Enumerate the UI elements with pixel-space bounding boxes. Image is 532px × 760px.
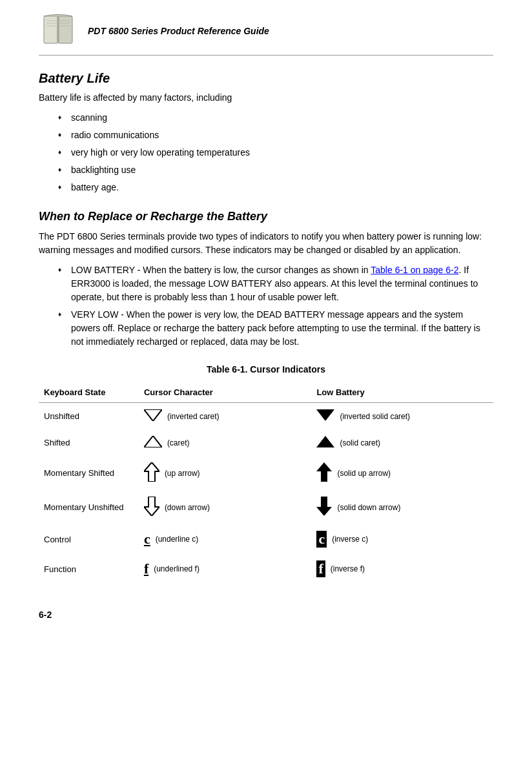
- up-arrow-solid-icon: [316, 462, 332, 484]
- low-label: (inverted solid caret): [340, 412, 410, 421]
- state-cell: Shifted: [39, 429, 139, 456]
- page-container: PDT 6800 Series Product Reference Guide …: [0, 0, 532, 760]
- table-row: Momentary Unshifted (down arrow): [39, 490, 493, 524]
- down-arrow-outline-icon: [144, 497, 159, 518]
- low-cell: c (inverse c): [311, 524, 493, 554]
- state-cell: Function: [39, 554, 139, 584]
- cursor-table: Keyboard State Cursor Character Low Batt…: [39, 385, 493, 584]
- col-header-low-battery: Low Battery: [311, 385, 493, 403]
- list-item: backlighting use: [58, 163, 493, 177]
- state-cell: Control: [39, 524, 139, 554]
- svg-marker-12: [316, 436, 334, 447]
- table-row: Momentary Shifted (up arrow): [39, 456, 493, 490]
- svg-rect-2: [57, 16, 59, 43]
- when-to-replace-section: When to Replace or Recharge the Battery …: [39, 210, 493, 349]
- book-icon: [39, 13, 77, 48]
- cursor-cell: (down arrow): [139, 490, 312, 524]
- cursor-label: (up arrow): [165, 469, 200, 478]
- table-row: Unshifted (inverted caret): [39, 403, 493, 430]
- table-ref-link[interactable]: Table 6-1 on page 6-2: [371, 265, 458, 275]
- battery-life-bullets: scanning radio communications very high …: [58, 111, 493, 194]
- low-cell: (solid up arrow): [311, 456, 493, 490]
- svg-marker-16: [316, 497, 332, 516]
- when-to-replace-bullets: LOW BATTERY - When the battery is low, t…: [58, 263, 493, 349]
- list-item: LOW BATTERY - When the battery is low, t…: [58, 263, 493, 304]
- table-row: Control c (underline c) c (inverse c): [39, 524, 493, 554]
- low-cell: (solid caret): [311, 429, 493, 456]
- caret-icon: [144, 436, 162, 449]
- cursor-label: (underlined f): [154, 564, 200, 573]
- low-cell: (solid down arrow): [311, 490, 493, 524]
- underline-c-icon: c: [144, 531, 150, 548]
- cursor-cell: c (underline c): [139, 524, 312, 554]
- down-arrow-solid-icon: [316, 497, 332, 518]
- svg-marker-13: [144, 462, 159, 482]
- list-item: very high or very low operating temperat…: [58, 146, 493, 159]
- col-header-keyboard-state: Keyboard State: [39, 385, 139, 403]
- svg-marker-10: [316, 409, 334, 421]
- cursor-label: (caret): [167, 438, 190, 447]
- low-label: (solid up arrow): [337, 469, 391, 478]
- battery-life-title: Battery Life: [39, 71, 493, 86]
- cursor-label: (down arrow): [165, 503, 210, 512]
- battery-life-intro: Battery life is affected by many factors…: [39, 91, 493, 105]
- underline-f-icon: f: [144, 560, 148, 577]
- svg-marker-14: [316, 462, 332, 482]
- battery-life-section: Battery Life Battery life is affected by…: [39, 71, 493, 194]
- cursor-indicators-table-section: Table 6-1. Cursor Indicators Keyboard St…: [39, 364, 493, 584]
- low-battery-text-before: LOW BATTERY - When the battery is low, t…: [71, 265, 371, 275]
- cursor-cell: (up arrow): [139, 456, 312, 490]
- when-to-replace-title: When to Replace or Recharge the Battery: [39, 210, 493, 223]
- when-to-replace-para: The PDT 6800 Series terminals provide tw…: [39, 230, 493, 257]
- low-cell: (inverted solid caret): [311, 403, 493, 430]
- list-item: scanning: [58, 111, 493, 125]
- solid-caret-icon: [316, 436, 334, 449]
- table-title: Table 6-1. Cursor Indicators: [39, 364, 493, 375]
- inverse-f-icon: f: [316, 560, 325, 577]
- header: PDT 6800 Series Product Reference Guide: [39, 13, 493, 56]
- low-cell: f (inverse f): [311, 554, 493, 584]
- cursor-cell: (inverted caret): [139, 403, 312, 430]
- cursor-label: (underline c): [156, 535, 199, 544]
- svg-marker-11: [144, 436, 162, 447]
- svg-marker-15: [144, 497, 159, 516]
- low-label: (solid caret): [340, 438, 380, 447]
- cursor-label: (inverted caret): [167, 412, 220, 421]
- up-arrow-outline-icon: [144, 462, 159, 484]
- state-cell: Unshifted: [39, 403, 139, 430]
- list-item: battery age.: [58, 181, 493, 194]
- state-cell: Momentary Shifted: [39, 456, 139, 490]
- inverse-c-icon: c: [316, 531, 327, 548]
- svg-rect-0: [44, 16, 58, 43]
- cursor-cell: (caret): [139, 429, 312, 456]
- table-row: Shifted (caret): [39, 429, 493, 456]
- inverted-caret-icon: [144, 409, 162, 423]
- low-label: (inverse f): [331, 564, 365, 573]
- svg-rect-1: [58, 16, 72, 43]
- col-header-cursor-character: Cursor Character: [139, 385, 312, 403]
- very-low-text: VERY LOW - When the power is very low, t…: [71, 309, 480, 347]
- cursor-cell: f (underlined f): [139, 554, 312, 584]
- state-cell: Momentary Unshifted: [39, 490, 139, 524]
- inverted-solid-caret-icon: [316, 409, 334, 423]
- list-item: radio communications: [58, 128, 493, 142]
- svg-marker-9: [144, 409, 162, 421]
- list-item: VERY LOW - When the power is very low, t…: [58, 308, 493, 349]
- header-title: PDT 6800 Series Product Reference Guide: [88, 26, 269, 36]
- table-row: Function f (underlined f) f (inverse f): [39, 554, 493, 584]
- low-label: (inverse c): [332, 535, 368, 544]
- low-label: (solid down arrow): [337, 503, 400, 512]
- page-number: 6-2: [39, 610, 493, 620]
